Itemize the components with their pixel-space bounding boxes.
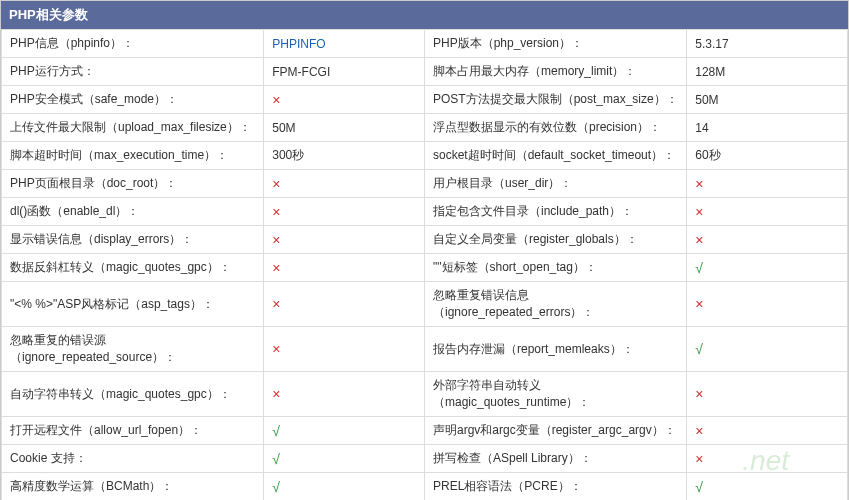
- param-value: 14: [687, 114, 848, 142]
- check-icon: √: [695, 479, 703, 495]
- param-label: Cookie 支持：: [2, 445, 264, 473]
- param-value: 60秒: [687, 142, 848, 170]
- table-row: 数据反斜杠转义（magic_quotes_gpc）：×""短标签（short_o…: [2, 254, 848, 282]
- value-text: 300秒: [272, 148, 304, 162]
- table-row: 上传文件最大限制（upload_max_filesize）：50M浮点型数据显示…: [2, 114, 848, 142]
- table-row: 高精度数学运算（BCMath）：√PREL相容语法（PCRE）：√: [2, 473, 848, 501]
- param-label: 数据反斜杠转义（magic_quotes_gpc）：: [2, 254, 264, 282]
- value-text: 60秒: [695, 148, 720, 162]
- param-value: ×: [687, 170, 848, 198]
- param-value: 50M: [264, 114, 425, 142]
- cross-icon: ×: [695, 386, 703, 402]
- param-value: PHPINFO: [264, 30, 425, 58]
- param-value: 50M: [687, 86, 848, 114]
- param-label: ""短标签（short_open_tag）：: [424, 254, 686, 282]
- cross-icon: ×: [695, 423, 703, 439]
- link-text[interactable]: PHPINFO: [272, 37, 325, 51]
- table-row: 自动字符串转义（magic_quotes_gpc）：×外部字符串自动转义（mag…: [2, 372, 848, 417]
- param-label: 拼写检查（ASpell Library）：: [424, 445, 686, 473]
- param-value: ×: [264, 327, 425, 372]
- cross-icon: ×: [695, 232, 703, 248]
- check-icon: √: [272, 479, 280, 495]
- param-value: ×: [264, 254, 425, 282]
- check-icon: √: [695, 260, 703, 276]
- param-value: ×: [264, 226, 425, 254]
- table-row: 打开远程文件（allow_url_fopen）：√声明argv和argc变量（r…: [2, 417, 848, 445]
- panel-header: PHP相关参数: [1, 1, 848, 29]
- param-value: √: [264, 445, 425, 473]
- table-row: 显示错误信息（display_errors）：×自定义全局变量（register…: [2, 226, 848, 254]
- param-value: ×: [264, 198, 425, 226]
- param-label: POST方法提交最大限制（post_max_size）：: [424, 86, 686, 114]
- value-text: 14: [695, 121, 708, 135]
- param-label: socket超时时间（default_socket_timeout）：: [424, 142, 686, 170]
- table-row: Cookie 支持：√拼写检查（ASpell Library）：×: [2, 445, 848, 473]
- param-label: dl()函数（enable_dl）：: [2, 198, 264, 226]
- cross-icon: ×: [272, 204, 280, 220]
- param-value: ×: [687, 417, 848, 445]
- param-value: ×: [264, 170, 425, 198]
- param-label: 上传文件最大限制（upload_max_filesize）：: [2, 114, 264, 142]
- param-value: ×: [687, 372, 848, 417]
- param-label: PREL相容语法（PCRE）：: [424, 473, 686, 501]
- param-label: 报告内存泄漏（report_memleaks）：: [424, 327, 686, 372]
- param-label: 外部字符串自动转义（magic_quotes_runtime）：: [424, 372, 686, 417]
- cross-icon: ×: [695, 176, 703, 192]
- value-text: 50M: [695, 93, 718, 107]
- cross-icon: ×: [695, 204, 703, 220]
- param-label: 忽略重复错误信息（ignore_repeated_errors）：: [424, 282, 686, 327]
- table-row: dl()函数（enable_dl）：×指定包含文件目录（include_path…: [2, 198, 848, 226]
- params-table: PHP信息（phpinfo）：PHPINFOPHP版本（php_version）…: [1, 29, 848, 500]
- param-label: 用户根目录（user_dir）：: [424, 170, 686, 198]
- check-icon: √: [695, 341, 703, 357]
- table-row: PHP安全模式（safe_mode）：×POST方法提交最大限制（post_ma…: [2, 86, 848, 114]
- param-value: ×: [264, 86, 425, 114]
- cross-icon: ×: [695, 451, 703, 467]
- param-label: PHP版本（php_version）：: [424, 30, 686, 58]
- param-label: 脚本占用最大内存（memory_limit）：: [424, 58, 686, 86]
- param-label: 浮点型数据显示的有效位数（precision）：: [424, 114, 686, 142]
- param-label: "<% %>"ASP风格标记（asp_tags）：: [2, 282, 264, 327]
- cross-icon: ×: [272, 260, 280, 276]
- param-value: 128M: [687, 58, 848, 86]
- cross-icon: ×: [272, 232, 280, 248]
- table-row: 脚本超时时间（max_execution_time）：300秒socket超时时…: [2, 142, 848, 170]
- param-label: 高精度数学运算（BCMath）：: [2, 473, 264, 501]
- param-label: PHP安全模式（safe_mode）：: [2, 86, 264, 114]
- param-label: 显示错误信息（display_errors）：: [2, 226, 264, 254]
- table-row: PHP运行方式：FPM-FCGI脚本占用最大内存（memory_limit）：1…: [2, 58, 848, 86]
- table-row: 忽略重复的错误源（ignore_repeated_source）：×报告内存泄漏…: [2, 327, 848, 372]
- param-value: √: [687, 327, 848, 372]
- cross-icon: ×: [272, 176, 280, 192]
- param-label: 脚本超时时间（max_execution_time）：: [2, 142, 264, 170]
- param-label: 指定包含文件目录（include_path）：: [424, 198, 686, 226]
- cross-icon: ×: [272, 296, 280, 312]
- check-icon: √: [272, 423, 280, 439]
- param-label: 忽略重复的错误源（ignore_repeated_source）：: [2, 327, 264, 372]
- value-text: FPM-FCGI: [272, 65, 330, 79]
- value-text: 128M: [695, 65, 725, 79]
- table-row: PHP信息（phpinfo）：PHPINFOPHP版本（php_version）…: [2, 30, 848, 58]
- check-icon: √: [272, 451, 280, 467]
- param-label: PHP页面根目录（doc_root）：: [2, 170, 264, 198]
- param-value: ×: [687, 445, 848, 473]
- table-row: PHP页面根目录（doc_root）：×用户根目录（user_dir）：×: [2, 170, 848, 198]
- cross-icon: ×: [272, 386, 280, 402]
- param-value: ×: [687, 282, 848, 327]
- value-text: 5.3.17: [695, 37, 728, 51]
- param-value: ×: [687, 198, 848, 226]
- value-text: 50M: [272, 121, 295, 135]
- param-value: ×: [687, 226, 848, 254]
- table-row: "<% %>"ASP风格标记（asp_tags）：×忽略重复错误信息（ignor…: [2, 282, 848, 327]
- php-params-panel: PHP相关参数 PHP信息（phpinfo）：PHPINFOPHP版本（php_…: [0, 0, 849, 500]
- cross-icon: ×: [272, 341, 280, 357]
- param-label: 自动字符串转义（magic_quotes_gpc）：: [2, 372, 264, 417]
- param-value: √: [687, 254, 848, 282]
- param-value: ×: [264, 372, 425, 417]
- cross-icon: ×: [695, 296, 703, 312]
- param-value: √: [264, 417, 425, 445]
- param-value: ×: [264, 282, 425, 327]
- param-label: PHP信息（phpinfo）：: [2, 30, 264, 58]
- param-value: FPM-FCGI: [264, 58, 425, 86]
- param-label: 打开远程文件（allow_url_fopen）：: [2, 417, 264, 445]
